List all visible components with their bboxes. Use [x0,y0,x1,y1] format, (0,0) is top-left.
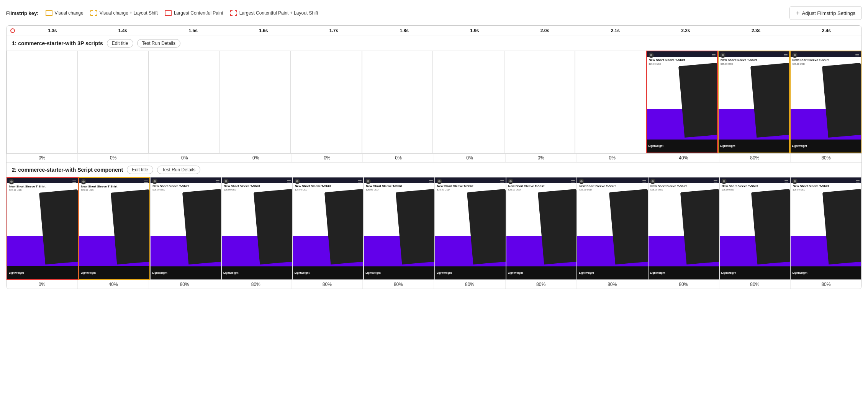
product-label: Lightweight [720,145,735,147]
filmstrip-key: Filmstrip key: Visual change Visual chan… [6,10,318,16]
frame-top-icons [151,177,221,185]
timeline-tick-11: 2.4s [791,28,861,33]
frame-product: New Short Sleeve T-Shirt $25.99 USD Ligh… [435,183,506,279]
key-label-visual-change: Visual change [55,10,84,16]
frame-f1-9[interactable] [575,51,646,153]
icon-line-2 [712,56,716,56]
timeline-tick-5: 1.8s [369,28,439,33]
icon-line-1 [571,180,575,181]
tshirt-image [254,189,292,264]
svg-point-12 [652,180,654,182]
icon-circle [152,179,157,184]
product-black-block: Lightweight [649,266,719,279]
frame-f1-3[interactable] [149,51,220,153]
frame-f1-8[interactable] [504,51,575,153]
product-label: Lightweight [9,271,24,274]
frame-f2-8[interactable]: New Short Sleeve T-Shirt $25.99 USD Ligh… [506,177,577,280]
icon-line-2 [500,182,504,182]
frame-f1-10[interactable]: New Short Sleeve T-Shirt $25.99 USD Ligh… [646,51,718,153]
tshirt-image [680,189,719,264]
icon-line-1 [784,180,788,181]
tshirt-image [609,189,648,264]
key-icon-lcp [165,10,172,16]
frame-f2-10[interactable]: New Short Sleeve T-Shirt $25.99 USD Ligh… [648,177,719,280]
frame-content: New Short Sleeve T-Shirt $25.99 USD Ligh… [7,178,78,279]
timeline-tick-2: 1.5s [158,28,228,33]
frame-f2-5[interactable]: New Short Sleeve T-Shirt $25.99 USD Ligh… [293,177,364,280]
score-cell-1-6: 0% [434,154,505,162]
frame-top-icons [293,177,364,185]
frame-product: New Short Sleeve T-Shirt $25.99 USD Ligh… [720,183,790,279]
icon-line-1 [429,180,433,181]
timeline-tick-4: 1.7s [299,28,369,33]
icon-line-2 [784,56,788,56]
icon-circle [721,179,727,184]
frame-content: New Short Sleeve T-Shirt $25.99 USD Ligh… [647,51,717,153]
timeline-dot [10,28,15,33]
adjust-filmstrip-button[interactable]: + Adjust Filmstrip Settings [789,6,862,20]
frame-f2-1[interactable]: New Short Sleeve T-Shirt $25.99 USD Ligh… [7,177,79,280]
section-2-edit-title-button[interactable]: Edit title [127,166,153,174]
product-black-block: Lightweight [791,140,861,153]
product-label: Lightweight [365,271,380,274]
frame-f2-3[interactable]: New Short Sleeve T-Shirt $25.99 USD Ligh… [150,177,221,280]
frame-f1-4[interactable] [220,51,291,153]
tshirt-image [182,189,221,264]
tshirt-image [751,189,790,264]
svg-point-10 [509,180,512,182]
product-label: Lightweight [152,271,167,274]
icon-lines [144,179,148,184]
timeline-tick-9: 2.2s [650,28,721,33]
icon-circle [365,179,371,184]
product-black-block: Lightweight [577,266,648,279]
icon-line-1 [784,54,788,55]
score-cell-1-1: 0% [78,154,149,162]
frame-f1-6[interactable] [362,51,433,153]
icon-line-2 [216,182,219,182]
section-2-filmstrip: New Short Sleeve T-Shirt $25.99 USD Ligh… [7,177,861,280]
section-1-title: 1: commerce-starter-with 3P scripts [12,40,103,46]
frame-content: New Short Sleeve T-Shirt $25.99 USD Ligh… [791,51,861,153]
icon-line-1 [72,181,76,181]
frame-f1-5[interactable] [291,51,362,153]
frame-content: New Short Sleeve T-Shirt $25.99 USD Ligh… [364,177,434,279]
section-2-title: 2: commerce-starter-with Script componen… [12,167,123,173]
section-1-edit-title-button[interactable]: Edit title [107,39,133,48]
frame-f2-2[interactable]: New Short Sleeve T-Shirt $25.99 USD Ligh… [79,177,151,280]
score-cell-1-8: 0% [577,154,648,162]
frame-f1-7[interactable] [433,51,504,153]
key-icon-lcp-shift [230,10,237,16]
frame-f2-4[interactable]: New Short Sleeve T-Shirt $25.99 USD Ligh… [221,177,293,280]
frame-f1-12[interactable]: New Short Sleeve T-Shirt $25.99 USD Ligh… [790,51,862,153]
icon-lines [72,179,76,184]
svg-point-4 [82,181,85,183]
frame-f2-7[interactable]: New Short Sleeve T-Shirt $25.99 USD Ligh… [435,177,506,280]
section-2-test-run-button[interactable]: Test Run Details [157,166,200,174]
frame-product: New Short Sleeve T-Shirt $25.99 USD Ligh… [506,183,577,279]
svg-point-11 [580,180,583,182]
tshirt-image [324,189,363,264]
icon-lines [856,179,860,184]
product-label: Lightweight [223,271,238,274]
score-cell-1-7: 0% [506,154,577,162]
frame-f1-2[interactable] [78,51,149,153]
section-2-header: 2: commerce-starter-with Script componen… [7,163,861,177]
svg-point-13 [723,180,725,182]
product-black-block: Lightweight [506,266,577,279]
frame-f2-12[interactable]: New Short Sleeve T-Shirt $25.99 USD Ligh… [790,177,861,280]
frame-f2-11[interactable]: New Short Sleeve T-Shirt $25.99 USD Ligh… [719,177,791,280]
icon-lines [712,53,716,58]
tshirt-image [467,189,506,264]
svg-point-14 [794,180,796,182]
frame-f2-9[interactable]: New Short Sleeve T-Shirt $25.99 USD Ligh… [577,177,648,280]
frame-content: New Short Sleeve T-Shirt $25.99 USD Ligh… [293,177,364,279]
frame-f1-1[interactable] [7,51,78,153]
frame-f2-6[interactable]: New Short Sleeve T-Shirt $25.99 USD Ligh… [364,177,435,280]
score-cell-2-9: 80% [648,280,719,289]
score-cell-1-10: 80% [719,154,791,162]
key-item-visual-change-shift: Visual change + Layout Shift [90,10,158,16]
timeline-header: 1.3s1.4s1.5s1.6s1.7s1.8s1.9s2.0s2.1s2.2s… [7,26,861,36]
section-1-test-run-button[interactable]: Test Run Details [137,39,180,48]
frame-f1-11[interactable]: New Short Sleeve T-Shirt $25.99 USD Ligh… [718,51,790,153]
section-1-scores: 0%0%0%0%0%0%0%0%0%40%80%80% [7,153,861,162]
